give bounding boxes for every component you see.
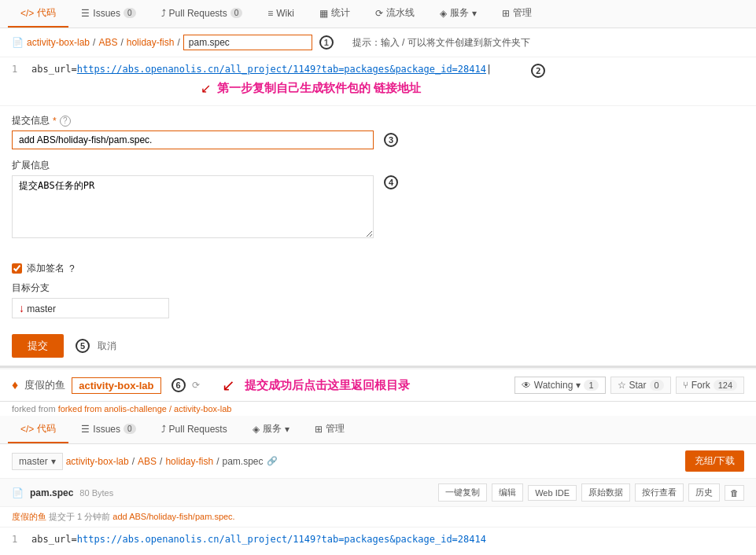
fork-count: 124	[714, 380, 737, 391]
breadcrumb-abs[interactable]: ABS	[98, 37, 117, 48]
code-editor: 1 abs_url=https://abs.openanolis.cn/all_…	[0, 57, 756, 106]
manage-icon: ⊞	[502, 8, 510, 19]
raw-data-button[interactable]: 原始数据	[581, 483, 630, 502]
tab-services[interactable]: ◈ 服务 ▾	[427, 0, 489, 28]
edit-button[interactable]: 编辑	[492, 483, 523, 502]
repo-owner: 度假的鱼	[24, 378, 65, 392]
step5-badge: 5	[76, 339, 90, 353]
path-abs-link[interactable]: ABS	[138, 456, 157, 467]
fork-button[interactable]: ⑂ Fork 124	[676, 377, 744, 394]
submit-button[interactable]: 提交	[12, 334, 64, 358]
breadcrumb-holiday-fish[interactable]: holiday-fish	[127, 37, 175, 48]
commit-message-group: 提交信息 * ? 3	[12, 114, 744, 149]
bottom-tab-pr[interactable]: ⤴ Pull Requests	[149, 417, 240, 443]
form-section: 提交信息 * ? 3 扩展信息 提交ABS任务的PR 4	[0, 106, 756, 255]
required-marker: *	[53, 116, 57, 127]
fork-source-link[interactable]: forked from anolis-challenge / activity-…	[58, 404, 232, 413]
chevron-watching-icon: ▾	[576, 380, 581, 391]
bottom-tab-issues-label: Issues	[93, 424, 120, 435]
line-view-button[interactable]: 按行查看	[635, 483, 684, 502]
tab-code[interactable]: </> 代码	[8, 0, 68, 28]
pipeline-icon: ⟳	[375, 8, 383, 19]
step2-badge: 2	[531, 64, 545, 78]
line-number: 1	[12, 64, 24, 75]
path-repo-link[interactable]: activity-box-lab	[66, 456, 129, 467]
path-holiday-fish-link[interactable]: holiday-fish	[165, 456, 213, 467]
file-external-link-icon: 🔗	[267, 456, 278, 466]
cursor: |	[486, 64, 492, 75]
branch-arrow: ↓	[19, 302, 24, 314]
bottom-tab-code[interactable]: </> 代码	[8, 416, 68, 443]
commit-info: 度假的鱼 提交于 1 分钟前 add ABS/holiday-fish/pam.…	[0, 507, 756, 527]
bottom-issues-badge: 0	[124, 424, 136, 434]
bottom-arrow: ↙	[222, 376, 235, 395]
commit-message-link[interactable]: add ABS/holiday-fish/pam.spec.	[112, 512, 234, 521]
star-button[interactable]: ☆ Star 0	[610, 377, 671, 394]
breadcrumb-repo[interactable]: activity-box-lab	[27, 37, 90, 48]
add-signature-checkbox[interactable]	[12, 263, 22, 274]
bottom-tab-code-label: 代码	[37, 422, 56, 436]
commit-author-link[interactable]: 度假的鱼	[12, 512, 46, 521]
tab-wiki[interactable]: ≡ Wiki	[255, 2, 307, 27]
tab-manage-label: 管理	[513, 6, 532, 20]
bottom-manage-icon: ⊞	[315, 424, 323, 435]
tab-issues[interactable]: ☰ Issues 0	[68, 2, 148, 27]
commit-label: 提交信息 * ?	[12, 114, 744, 127]
tab-manage[interactable]: ⊞ 管理	[489, 0, 544, 28]
bottom-tab-manage[interactable]: ⊞ 管理	[302, 416, 357, 443]
branch-value: master	[27, 303, 56, 314]
delete-button[interactable]: 🗑	[725, 485, 744, 501]
code-view: 1 abs_url=https://abs.openanolis.cn/all_…	[0, 527, 756, 551]
bottom-chevron-icon: ▾	[285, 424, 289, 435]
branch-selector[interactable]: master ▾	[12, 453, 63, 470]
bottom-tab-issues[interactable]: ☰ Issues 0	[68, 417, 148, 443]
code-view-line-1: 1 abs_url=https://abs.openanolis.cn/all_…	[12, 534, 744, 545]
download-button[interactable]: 充组/下载	[685, 450, 744, 472]
bottom-tab-services[interactable]: ◈ 服务 ▾	[240, 416, 302, 443]
help-icon: ?	[60, 116, 71, 127]
submit-row: 提交 5 取消	[0, 326, 756, 366]
abs-url-link[interactable]: https://abs.openanolis.cn/all_project/11…	[77, 64, 486, 75]
step3-badge: 3	[384, 133, 398, 147]
watching-count: 1	[584, 380, 598, 391]
filename-input[interactable]	[183, 35, 312, 50]
view-abs-url-link[interactable]: https://abs.openanolis.cn/all_project/11…	[77, 534, 486, 545]
chevron-down-icon: ▾	[472, 8, 477, 19]
bottom-tab-manage-label: 管理	[326, 422, 345, 436]
web-ide-button[interactable]: Web IDE	[528, 485, 577, 501]
history-button[interactable]: 历史	[688, 483, 720, 502]
tab-pipeline[interactable]: ⟳ 流水线	[363, 0, 427, 28]
extend-textarea[interactable]: 提交ABS任务的PR	[12, 175, 374, 238]
branch-section: 目标分支 ↓ master	[0, 281, 756, 326]
tab-issues-label: Issues	[93, 8, 120, 19]
commit-message-input[interactable]	[12, 130, 374, 149]
annotation-row: ↙ 第一步复制自己生成软件包的 链接地址	[12, 78, 744, 99]
bottom-section: ♦ 度假的鱼 activity-box-lab 6 ⟳ ↙ 提交成功后点击这里返…	[0, 369, 756, 555]
file-actions: 一键复制 编辑 Web IDE 原始数据 按行查看 历史 🗑	[438, 483, 744, 502]
annotation1-text: 第一步复制自己生成软件包的 链接地址	[217, 81, 421, 96]
pr-badge: 0	[230, 8, 243, 18]
code-content: abs_url=https://abs.openanolis.cn/all_pr…	[31, 64, 492, 75]
code-icon: </>	[20, 8, 34, 19]
tab-pull-requests[interactable]: ⤴ Pull Requests 0	[149, 2, 256, 27]
tab-stats[interactable]: ▦ 统计	[307, 0, 363, 28]
repo-name-box[interactable]: activity-box-lab	[72, 377, 160, 394]
copy-button[interactable]: 一键复制	[438, 483, 487, 502]
watching-button[interactable]: 👁 Watching ▾ 1	[514, 377, 606, 394]
extend-label-text: 扩展信息	[12, 159, 50, 172]
star-label: Star	[629, 380, 647, 391]
add-signature-label: 添加签名	[27, 262, 65, 275]
path-filename: pam.spec	[222, 456, 263, 467]
cancel-button[interactable]: 取消	[98, 340, 116, 353]
bottom-pr-icon: ⤴	[161, 424, 166, 435]
branch-chevron-icon: ▾	[51, 456, 56, 467]
breadcrumb-sep2: /	[120, 37, 123, 48]
file-size: 80 Bytes	[79, 488, 113, 498]
issues-badge: 0	[124, 8, 136, 18]
refresh-icon[interactable]: ⟳	[192, 380, 200, 391]
tab-wiki-label: Wiki	[276, 8, 294, 19]
doc-icon: 📄	[12, 37, 24, 48]
tab-services-label: 服务	[450, 6, 469, 20]
bottom-tab-services-label: 服务	[263, 422, 282, 436]
breadcrumb-hint: 提示：输入 / 可以将文件创建到新文件夹下	[352, 36, 530, 50]
